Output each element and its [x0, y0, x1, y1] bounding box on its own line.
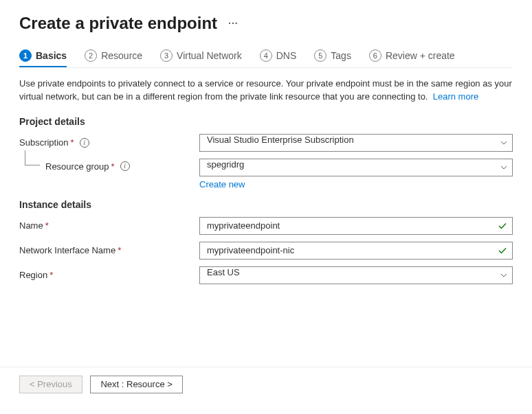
required-icon: * [111, 161, 115, 172]
section-instance-details-heading: Instance details [19, 199, 513, 210]
info-icon[interactable]: i [120, 161, 130, 171]
row-name: Name * [19, 217, 513, 235]
subscription-value: Visual Studio Enterprise Subscription [207, 135, 354, 145]
create-new-resource-group-link[interactable]: Create new [199, 179, 245, 189]
info-icon[interactable]: i [80, 138, 89, 148]
tab-label: Virtual Network [177, 50, 242, 61]
wizard-tabs: 1 Basics 2 Resource 3 Virtual Network 4 … [19, 49, 513, 68]
row-subscription: Subscription * i Visual Studio Enterpris… [19, 134, 513, 152]
subscription-select[interactable]: Visual Studio Enterprise Subscription [199, 134, 513, 152]
tab-description: Use private endpoints to privately conne… [19, 78, 513, 104]
tab-label: Resource [101, 50, 142, 61]
learn-more-link[interactable]: Learn more [433, 91, 478, 102]
label-region: Region * [19, 270, 199, 280]
next-button[interactable]: Next : Resource > [90, 376, 182, 393]
previous-button: < Previous [19, 376, 82, 393]
name-input[interactable] [199, 217, 513, 235]
tab-label: Tags [331, 50, 351, 61]
tab-resource[interactable]: 2 Resource [85, 49, 142, 67]
required-icon: * [71, 137, 74, 148]
wizard-footer: < Previous Next : Resource > [0, 367, 532, 407]
region-value: East US [207, 267, 240, 277]
required-icon: * [49, 270, 53, 280]
section-project-details-heading: Project details [19, 116, 513, 127]
label-nic-name: Network Interface Name * [19, 245, 199, 255]
tab-label: Review + create [386, 50, 455, 61]
label-subscription: Subscription * i [19, 137, 199, 148]
tab-dns[interactable]: 4 DNS [260, 49, 297, 67]
tab-tags[interactable]: 5 Tags [314, 49, 351, 67]
hierarchy-connector-icon [25, 150, 40, 165]
tab-step-number: 4 [260, 49, 272, 62]
page-title: Create a private endpoint ··· [19, 14, 513, 33]
label-name: Name * [19, 220, 199, 231]
row-region: Region * East US [19, 266, 513, 284]
resource-group-value: spegridrg [207, 159, 244, 170]
label-resource-group: Resource group * i [19, 159, 199, 172]
region-select[interactable]: East US [199, 266, 513, 284]
page-title-text: Create a private endpoint [19, 14, 217, 33]
tab-step-number: 6 [369, 49, 381, 62]
tab-step-number: 2 [85, 49, 97, 62]
tab-label: Basics [36, 50, 67, 61]
tab-review-create[interactable]: 6 Review + create [369, 49, 455, 67]
more-options-icon[interactable]: ··· [228, 18, 239, 29]
tab-virtual-network[interactable]: 3 Virtual Network [160, 49, 242, 67]
row-nic-name: Network Interface Name * [19, 242, 513, 260]
resource-group-select[interactable]: spegridrg [199, 159, 513, 176]
tab-step-number: 1 [19, 49, 32, 62]
tab-step-number: 3 [160, 49, 173, 62]
row-resource-group: Resource group * i spegridrg Create new [19, 159, 513, 189]
nic-name-input[interactable] [199, 242, 513, 260]
required-icon: * [45, 220, 49, 231]
tab-basics[interactable]: 1 Basics [19, 49, 67, 67]
tab-label: DNS [276, 50, 297, 61]
tab-step-number: 5 [314, 49, 326, 62]
required-icon: * [118, 245, 121, 255]
